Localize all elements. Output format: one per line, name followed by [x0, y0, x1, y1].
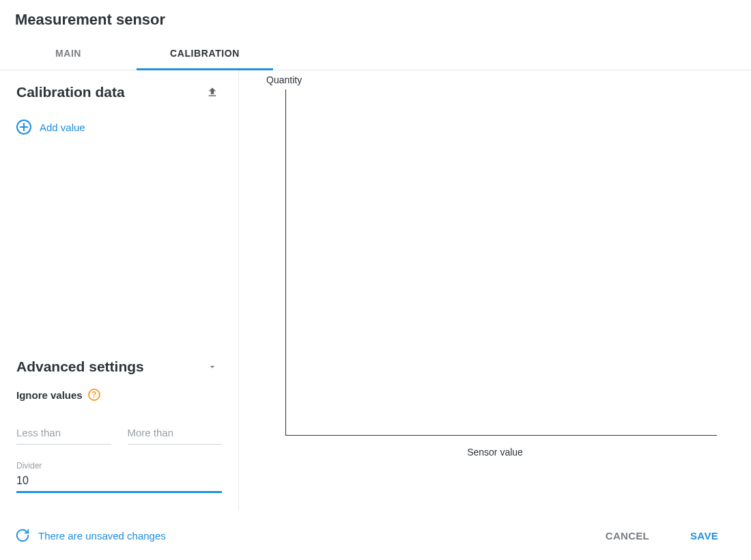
plus-circle-icon — [16, 120, 31, 135]
left-panel: Calibration data Add value Advanced sett… — [0, 70, 239, 511]
more-than-input[interactable] — [128, 423, 223, 445]
tab-bar: MAIN CALIBRATION — [0, 38, 751, 70]
ignore-values-label: Ignore values — [16, 389, 83, 401]
save-button[interactable]: SAVE — [679, 524, 729, 547]
chevron-down-icon[interactable] — [203, 357, 222, 376]
refresh-icon — [15, 528, 30, 543]
help-icon[interactable]: ? — [88, 389, 100, 401]
less-than-input[interactable] — [16, 423, 111, 445]
upload-icon[interactable] — [203, 83, 222, 102]
chart-x-axis-label: Sensor value — [239, 447, 751, 458]
footer-bar: There are unsaved changes CANCEL SAVE — [0, 511, 751, 560]
unsaved-changes-indicator[interactable]: There are unsaved changes — [15, 528, 166, 543]
cancel-button[interactable]: CANCEL — [595, 524, 660, 547]
advanced-settings-title: Advanced settings — [16, 359, 144, 375]
chart-y-axis-label: Quantity — [266, 74, 302, 85]
divider-label: Divider — [16, 461, 222, 471]
chart-axes — [285, 89, 717, 436]
calibration-data-title: Calibration data — [16, 84, 125, 100]
tab-calibration[interactable]: CALIBRATION — [137, 38, 273, 70]
chart-area: Quantity Sensor value — [239, 70, 751, 511]
tab-main[interactable]: MAIN — [0, 38, 137, 70]
divider-input[interactable] — [16, 472, 222, 493]
add-value-button[interactable]: Add value — [16, 120, 222, 135]
page-title: Measurement sensor — [0, 0, 751, 38]
add-value-label: Add value — [40, 122, 85, 133]
unsaved-changes-text: There are unsaved changes — [38, 530, 166, 542]
